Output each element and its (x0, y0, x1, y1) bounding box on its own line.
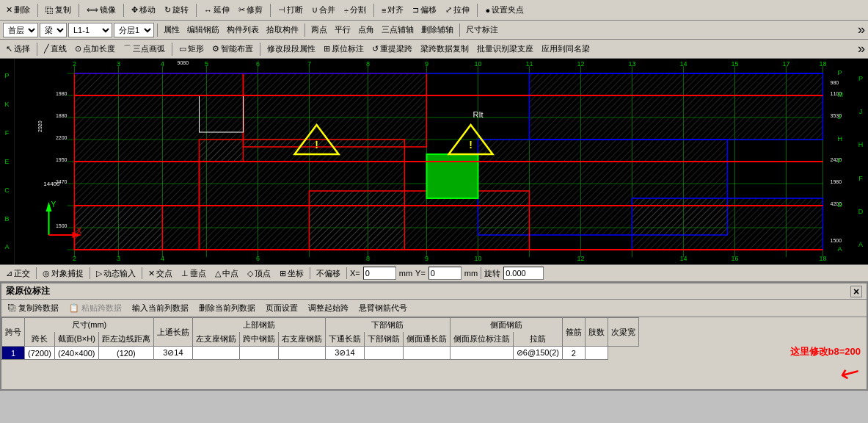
offset-button[interactable]: ⊐ 偏移 (409, 3, 440, 17)
snap-icon: ◎ (43, 269, 50, 278)
type-select[interactable]: 梁 (40, 23, 67, 37)
cantilever-code-button[interactable]: 悬臂钢筋代号 (355, 301, 411, 315)
three-point-axis-button[interactable]: 三点辅轴 (379, 23, 417, 37)
perp-icon: ⊥ (181, 269, 189, 278)
two-point-button[interactable]: 两点 (308, 23, 330, 37)
parallel-button[interactable]: 平行 (332, 23, 354, 37)
extend-button[interactable]: ↔ 延伸 (201, 3, 233, 17)
no-offset-button[interactable]: 不偏移 (313, 267, 343, 281)
join-button[interactable]: ∪ 合并 (309, 3, 338, 17)
smart-place-button[interactable]: ⚙ 智能布置 (209, 42, 256, 56)
svg-text:2: 2 (73, 60, 76, 68)
cell-side-note (450, 347, 513, 360)
line-button[interactable]: ╱ 直线 (41, 42, 70, 56)
mirror-button[interactable]: ⟺ 镜像 (84, 3, 119, 17)
dimension-button[interactable]: 尺寸标注 (463, 23, 501, 37)
svg-text:8: 8 (366, 60, 370, 68)
col-span-len: 跨长 (25, 332, 55, 347)
rotate-button[interactable]: ↻ 旋转 (161, 3, 192, 17)
mark-position-button[interactable]: ⊞ 原位标注 (321, 42, 367, 56)
edit-rebar-button[interactable]: 编辑钢筋 (184, 23, 222, 37)
apply-same-beam-button[interactable]: 应用到同名梁 (539, 42, 593, 56)
panel-close-button[interactable]: × (850, 286, 862, 297)
arc-button[interactable]: ⌒ 三点画弧 (120, 42, 168, 56)
cell-span-no[interactable]: 1 (2, 347, 25, 360)
delete-axis-button[interactable]: 删除辅轴 (418, 23, 456, 37)
trim-button[interactable]: ✂ 修剪 (236, 3, 266, 17)
row-label-k: K (4, 101, 9, 108)
expand-icon[interactable]: » (858, 22, 865, 37)
separator (481, 267, 481, 279)
modify-section-button[interactable]: 修改段段属性 (264, 42, 318, 56)
svg-text:1980: 1980 (831, 179, 842, 184)
stretch-button[interactable]: ⤢ 拉伸 (442, 3, 473, 17)
y-input[interactable] (428, 267, 462, 280)
cad-area[interactable]: P K F E C B A (0, 59, 868, 264)
svg-text:J: J (838, 113, 842, 120)
svg-text:14: 14 (679, 60, 687, 68)
separator (123, 4, 124, 17)
split-button[interactable]: ÷ 分割 (341, 3, 369, 17)
delete-button[interactable]: ✕ 删除 (3, 3, 33, 17)
setpoint-button[interactable]: ● 设置夹点 (482, 3, 527, 17)
rect-button[interactable]: ▭ 矩形 (176, 42, 207, 56)
svg-text:2: 2 (73, 255, 76, 262)
property-button[interactable]: 属性 (161, 23, 183, 37)
data-table-container[interactable]: 跨号 尺寸(mm) 上通长筋 上部钢筋 下部钢筋 侧面钢筋 箍筋 肢数 次梁宽 … (1, 317, 867, 392)
select-button[interactable]: ↖ 选择 (3, 42, 33, 56)
snap-button[interactable]: ◎ 对象捕捉 (40, 267, 87, 281)
panel-toolbar: ⿻ 复制跨数据 📋 粘贴跨数据 输入当前列数据 删除当前列数据 页面设置 调整起… (1, 300, 867, 317)
cad-canvas[interactable]: 2 3 4 5 6 7 8 9 10 11 12 13 14 15 17 18 … (15, 59, 853, 264)
cell-mid-rebar (239, 347, 278, 360)
svg-text:9080: 9080 (178, 60, 189, 65)
copy-span-button[interactable]: ⿻ 复制跨数据 (4, 301, 62, 315)
orthogonal-button[interactable]: ⊿ 正交 (3, 267, 33, 281)
layer-select[interactable]: 分层1 (114, 23, 154, 37)
col-upper-rebar: 上部钢筋 (192, 318, 325, 333)
col-mid-rebar: 跨中钢筋 (239, 332, 278, 347)
x-input[interactable] (363, 267, 396, 280)
midpoint-button[interactable]: △ 中点 (212, 267, 241, 281)
component-list-button[interactable]: 构件列表 (224, 23, 262, 37)
adjust-start-span-button[interactable]: 调整起始跨 (304, 301, 352, 315)
point-angle-button[interactable]: 点角 (355, 23, 377, 37)
svg-text:3: 3 (117, 60, 120, 68)
vertex-button[interactable]: ◇ 顶点 (244, 267, 274, 281)
batch-identify-button[interactable]: 批量识别梁支座 (474, 42, 536, 56)
col-span-no: 跨号 (2, 318, 25, 347)
page-settings-button[interactable]: 页面设置 (262, 301, 302, 315)
point-length-button[interactable]: ⊙ 点加长度 (72, 42, 118, 56)
cell-side-long (403, 347, 450, 360)
separator (172, 43, 172, 56)
svg-text:10: 10 (474, 255, 481, 262)
svg-text:15: 15 (731, 60, 738, 68)
svg-text:Y: Y (51, 200, 56, 209)
intersection-button[interactable]: ✕ 交点 (145, 267, 175, 281)
delete-col-button[interactable]: 删除当前列数据 (195, 301, 259, 315)
break-button[interactable]: ⊣ 打断 (275, 3, 306, 17)
perpendicular-button[interactable]: ⊥ 垂点 (178, 267, 209, 281)
pick-component-button[interactable]: 拾取构件 (263, 23, 302, 37)
dynamic-input-button[interactable]: ▷ 动态输入 (93, 267, 139, 281)
align-button[interactable]: ≡ 对齐 (379, 3, 406, 17)
svg-text:2470: 2470 (56, 179, 68, 184)
axis-select[interactable]: L1-1 (68, 23, 112, 37)
row-label-f: F (5, 129, 10, 137)
rect-icon: ▭ (179, 44, 186, 54)
dynamic-icon: ▷ (96, 269, 102, 278)
smart-icon: ⚙ (212, 44, 219, 54)
floor-select[interactable]: 首层 (3, 23, 38, 37)
input-col-button[interactable]: 输入当前列数据 (128, 301, 192, 315)
coordinate-button[interactable]: ⊞ 坐标 (277, 267, 307, 281)
cell-sub-beam (585, 347, 608, 360)
copy-button[interactable]: ⿻ 复制 (43, 3, 74, 17)
cell-left-seat (192, 347, 239, 360)
repick-span-button[interactable]: ↺ 重提梁跨 (369, 42, 415, 56)
span-copy-button[interactable]: 梁跨数据复制 (417, 42, 472, 56)
svg-text:980: 980 (831, 80, 839, 85)
col-dist-left: 距左边线距离 (98, 332, 153, 347)
move-button[interactable]: ✥ 移动 (128, 3, 158, 17)
paste-span-button[interactable]: 📋 粘贴跨数据 (65, 301, 125, 315)
rotate-input[interactable] (503, 267, 544, 280)
mid-icon: △ (215, 269, 221, 278)
